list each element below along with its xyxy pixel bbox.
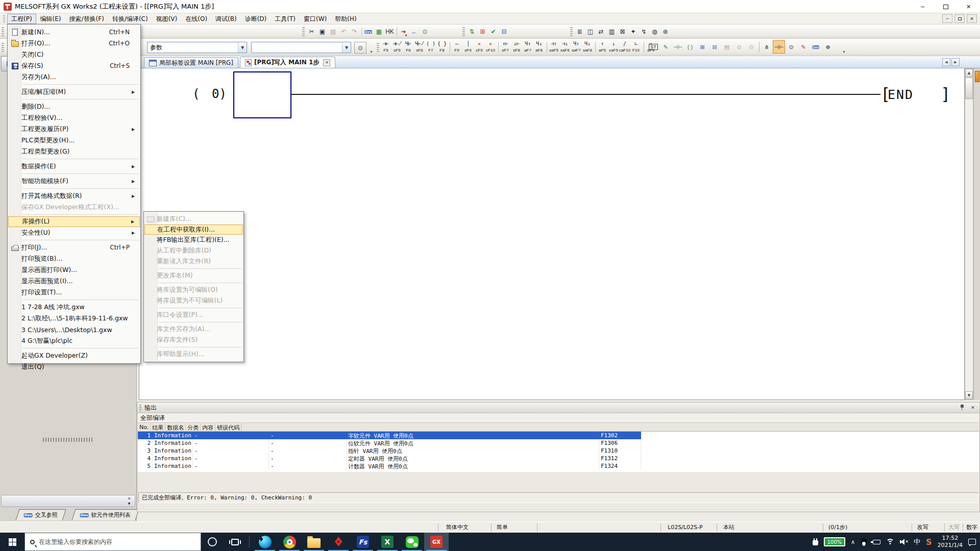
chevron-down-icon[interactable]: ▼ [342, 42, 351, 53]
line-insert-button[interactable]: ⊟ [708, 40, 721, 54]
table-row[interactable]: 5 Information - - 计数器 VAR用 使用0点 F1324 [138, 462, 979, 470]
toolbar-grip[interactable] [2, 43, 4, 52]
split-window-button[interactable]: ◫ [585, 26, 596, 37]
menu-item[interactable]: 另存为(A)... [8, 71, 140, 83]
toolbar-grip[interactable] [2, 27, 4, 36]
output-column-header[interactable]: 分类 [186, 423, 201, 431]
task-view-button[interactable] [224, 533, 246, 551]
output-column-header[interactable]: No. [138, 423, 151, 431]
menu-item[interactable]: 保存GX Developer格式工程(X)... [8, 202, 140, 213]
submenu-item[interactable]: 库口令设置(P)... [144, 310, 243, 320]
inline-st-button[interactable]: ST [647, 40, 659, 54]
taskbar-search-input[interactable]: 在这里输入你要搜索的内容 [24, 533, 201, 551]
statement-display-button[interactable]: ▤ [721, 40, 733, 54]
battery-indicator[interactable]: 100% [824, 537, 845, 546]
tab-scroll-right-button[interactable]: ▶ [951, 58, 960, 66]
menubar-item[interactable]: 搜索/替换(F) [65, 14, 108, 24]
output-column-header[interactable]: 结果 [151, 423, 165, 431]
swap-window-button[interactable]: ⇄ [596, 26, 606, 37]
device-search-button[interactable]: ⊙ [745, 40, 757, 54]
menubar-item[interactable]: 转换/编译(C) [108, 14, 152, 24]
open-close-contact-button[interactable]: ⊣⊢ [672, 40, 684, 54]
tray-expand-icon[interactable]: ∧ [851, 539, 855, 545]
menu-item[interactable]: 删除(D)... [8, 101, 140, 112]
menu-item[interactable]: 打开(O)... Ctrl+O [8, 38, 140, 49]
menubar-item[interactable]: 工具(T) [271, 14, 300, 24]
submenu-item[interactable]: 保存库文件(S) [144, 335, 243, 345]
write-mode-button[interactable]: ✎ [797, 40, 810, 54]
menu-item[interactable]: 显示画面预览(I)... [8, 276, 140, 287]
menu-item[interactable]: 打印设置(T)... [8, 287, 140, 298]
key-input-button[interactable]: HK [384, 26, 395, 37]
menu-item[interactable]: 新建(N)... Ctrl+N [8, 27, 140, 38]
ladder-symbol-button[interactable]: / caF10 [619, 40, 630, 55]
submenu-item[interactable]: 从工程中删除库(D) [144, 245, 243, 256]
toolbar-grip[interactable] [377, 43, 379, 52]
taskbar-app-edge[interactable]: ♦ [253, 533, 277, 551]
output-close-icon[interactable]: ✕ [968, 404, 977, 412]
toolbar-grip[interactable] [570, 27, 573, 36]
copy-button[interactable]: ▣ [317, 26, 328, 37]
menubar-item[interactable]: 在线(O) [181, 14, 211, 24]
ladder-symbol-button[interactable]: │ sF9 [462, 40, 474, 55]
device-batch-button[interactable]: ⊞ [696, 40, 708, 54]
menu-item[interactable]: PLC类型更改(H)... [8, 135, 140, 146]
ladder-symbol-button[interactable]: ↓ caF5 [608, 40, 619, 55]
find-combobox[interactable]: ▼ [251, 42, 351, 53]
table-row[interactable]: 3 Information - - 指针 VAR用 使用0点 F1310 [138, 447, 979, 455]
submenu-item[interactable]: 新建库(C)... [144, 214, 243, 224]
expand-chevron-icon[interactable]: »▾ [128, 496, 131, 506]
pin-icon[interactable] [958, 404, 967, 412]
ladder-symbol-button[interactable]: { } F8 [436, 40, 448, 55]
cut-button[interactable]: ✂ [306, 26, 317, 37]
submenu-item[interactable]: 库帮助显示(H)... [144, 349, 243, 360]
ladder-symbol-button[interactable]: ↑ aF5 [597, 40, 608, 55]
menu-item[interactable]: 1 7-28 A线 冲坑.gxw [8, 302, 140, 313]
toolbar-grip[interactable] [302, 27, 305, 36]
ladder-symbol-button[interactable]: Ч⇑ saF7 [571, 40, 582, 55]
menu-item[interactable]: 安全性(U) [8, 227, 140, 238]
grid-display-button[interactable]: ▥ [606, 26, 617, 37]
ladder-symbol-button[interactable]: ⊣⊬ sF5 [391, 40, 403, 55]
ladder-test-button[interactable]: ↯ [639, 26, 649, 37]
menu-item[interactable]: 退出(Q) [8, 361, 140, 372]
stop-monitoring-button[interactable]: ⊞ [477, 26, 488, 37]
coil-edit-button[interactable]: ( ) [684, 40, 696, 54]
ladder-cursor[interactable] [233, 71, 291, 118]
menu-item[interactable]: 保存(S) Ctrl+S [8, 60, 140, 71]
panel-grip[interactable] [139, 405, 141, 411]
minimize-button[interactable]: ─ [911, 0, 934, 13]
ladder-symbol-button[interactable]: — F9 [451, 40, 462, 55]
close-button[interactable]: ✕ [957, 0, 980, 13]
sampling-trace-button[interactable]: ◍ [649, 26, 660, 37]
taskbar-app-excel[interactable]: X [375, 533, 400, 551]
output-column-header[interactable]: 错误代码 [215, 423, 241, 431]
ladder-symbol-button[interactable]: Ч⊢ F6 [403, 40, 414, 55]
ladder-symbol-button[interactable]: Ч↓ aF8 [533, 40, 545, 55]
menu-item[interactable]: 2 L:\取经\...\5-18\丰科19-11-6.gxw [8, 313, 140, 324]
taskbar-app-file-explorer[interactable] [302, 533, 326, 551]
ladder-symbol-button[interactable]: Ч⊬ sF6 [414, 40, 425, 55]
highlight-button[interactable]: ✦ [628, 26, 639, 37]
wifi-icon[interactable] [886, 539, 894, 545]
toolbar-overflow-button[interactable] [403, 27, 409, 38]
table-row[interactable]: 1 Information - - 字软元件 VAR用 使用0点 F1302 [138, 432, 979, 439]
submenu-item[interactable]: 更改库名(M) [144, 270, 243, 281]
output-title-bar[interactable]: 输出 ✕ [137, 403, 979, 413]
menu-item[interactable]: 4 G:\智赢\plc\plc [8, 335, 140, 346]
menu-item[interactable]: 工程更改履历(P) [8, 123, 140, 135]
menu-item[interactable]: 打印预览(B)... [8, 253, 140, 264]
start-button[interactable] [0, 533, 24, 551]
menu-item[interactable]: 工程校验(V)... [8, 112, 140, 123]
ladder-symbol-button[interactable]: ↑⊢ sF7 [500, 40, 511, 55]
device-monitor-button[interactable]: ▦ [374, 26, 384, 37]
submenu-item[interactable]: 在工程中获取库(I)... [144, 224, 243, 235]
taskbar-app-chrome[interactable] [277, 533, 302, 551]
element-selection-autohide-tab[interactable] [975, 71, 979, 82]
toolbar-grip[interactable] [462, 27, 465, 36]
docked-window-tab[interactable]: Dev 软元件使用列表 [72, 509, 139, 520]
cortana-button[interactable] [201, 533, 224, 551]
program-check-button[interactable]: ✔ [488, 26, 499, 37]
action-center-icon[interactable] [968, 539, 976, 545]
submenu-item[interactable]: 将库设置为可编辑(O) [144, 285, 243, 295]
